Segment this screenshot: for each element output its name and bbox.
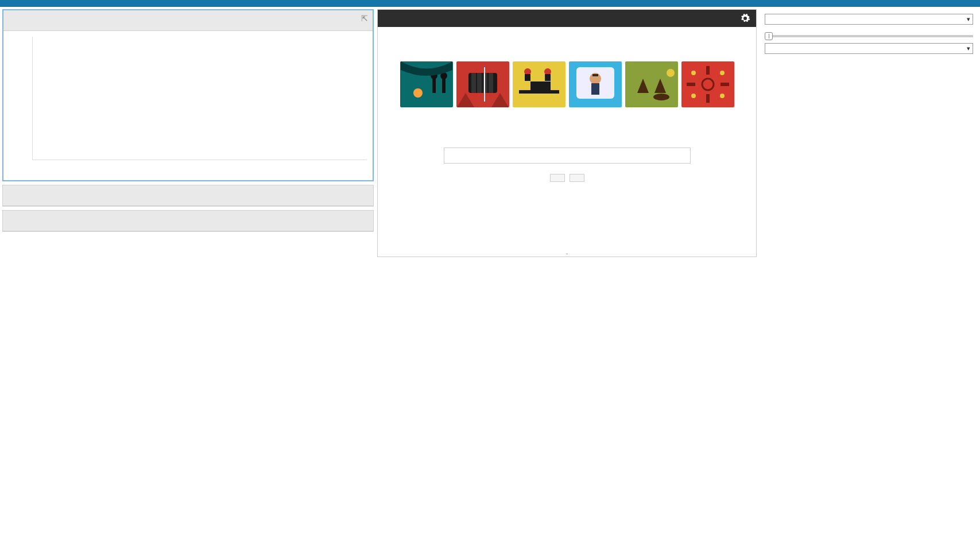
svg-rect-6 [471,73,476,93]
campaign-ranking-panel [2,210,374,232]
offered-in [378,205,756,213]
svg-rect-26 [687,83,695,86]
rank-slider[interactable] [765,35,973,37]
google-topbar [378,10,756,27]
svg-rect-9 [489,73,493,93]
dashboard-title [0,0,980,7]
svg-rect-4 [442,79,446,93]
chevron-down-icon: ▾ [967,15,970,23]
svg-rect-25 [706,94,710,103]
svg-point-31 [720,94,725,98]
svg-rect-20 [592,74,598,76]
doodle-tile[interactable] [400,61,453,107]
expand-icon[interactable]: ⇱ [361,14,368,23]
svg-rect-11 [519,90,559,94]
google-footer-links [378,230,756,238]
doodle-row [378,61,756,107]
svg-point-30 [691,94,696,98]
scatter-panel: ⇱ [2,9,374,181]
svg-rect-15 [525,74,530,81]
gear-icon[interactable] [740,13,750,24]
google-search-button[interactable] [550,174,565,182]
svg-rect-24 [706,66,710,75]
svg-point-22 [653,94,669,100]
svg-rect-12 [530,81,551,90]
svg-point-23 [702,79,714,90]
filter-sidebar: ▾ ▾ [758,7,980,259]
doodle-tile[interactable] [681,61,734,107]
svg-rect-19 [591,83,599,95]
page-ranking-header [3,185,373,206]
chevron-down-icon: ▾ [967,45,970,52]
search-input[interactable] [444,147,691,164]
page-ranking-panel [2,185,374,207]
svg-point-29 [720,71,725,75]
google-copyright: - [378,250,756,257]
feeling-lucky-button[interactable] [570,174,584,182]
doodle-tile[interactable] [456,61,509,107]
scatter-panel-header: ⇱ [3,10,373,31]
range-mode-select[interactable]: ▾ [765,43,973,54]
doodle-tile[interactable] [569,61,622,107]
left-column: ⇱ [0,7,376,259]
date-filter-select[interactable]: ▾ [765,14,973,25]
browser-preview: - [377,9,757,257]
doodle-tile[interactable] [513,61,565,107]
svg-point-21 [667,69,675,77]
svg-rect-7 [477,73,482,93]
svg-point-28 [691,71,696,75]
doodle-tile[interactable] [625,61,678,107]
scatter-plot[interactable] [3,31,373,180]
svg-point-0 [413,88,423,98]
svg-rect-27 [721,83,729,86]
svg-rect-1 [432,79,436,93]
svg-rect-16 [545,74,551,81]
slider-thumb-min[interactable] [765,32,773,40]
campaign-ranking-header [3,211,373,231]
